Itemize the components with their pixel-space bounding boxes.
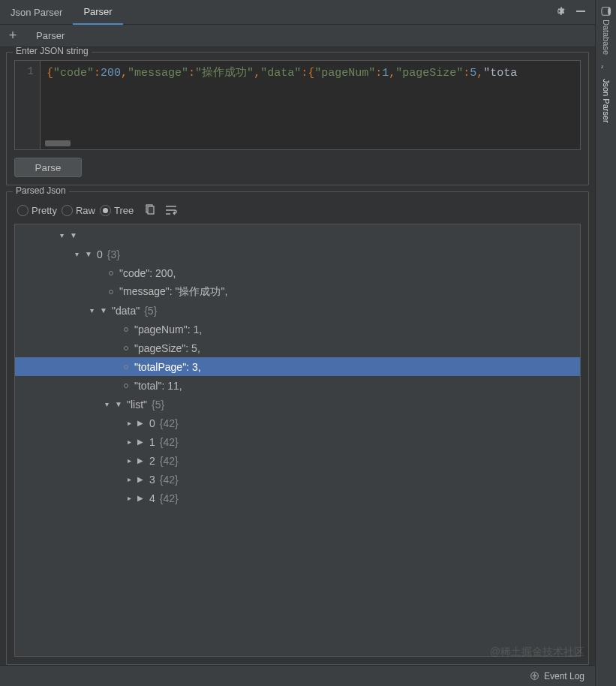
tree-row[interactable]: "pageSize": 5, — [15, 338, 580, 357]
tree-row[interactable]: "pageNum": 1, — [15, 320, 580, 338]
svg-rect-2 — [148, 206, 154, 214]
radio-pretty[interactable]: Pretty — [17, 205, 57, 216]
copy-icon[interactable] — [144, 204, 156, 216]
tree-row[interactable]: "total": 11, — [15, 376, 580, 395]
svg-rect-0 — [576, 11, 585, 12]
wrap-icon[interactable] — [165, 204, 179, 216]
tree-row[interactable]: ▸▶3{42} — [15, 470, 580, 489]
tree-row[interactable]: ▸▶4{42} — [15, 489, 580, 507]
tree-row[interactable]: ▸▶1{42} — [15, 432, 580, 451]
tree-row[interactable]: ▾▼"list"{5} — [15, 395, 580, 414]
gear-icon[interactable] — [553, 5, 565, 20]
tab-json-parser[interactable]: Json Parser — [0, 0, 73, 25]
editor-gutter: 1 — [15, 61, 41, 149]
right-sidebar: Database { } Json Parser — [595, 0, 616, 686]
tree-row[interactable]: "code": 200, — [15, 263, 580, 282]
tree-row[interactable]: ▾▼ — [15, 226, 580, 245]
add-tab-button[interactable]: + — [0, 28, 26, 44]
tree-row[interactable]: ▾▼0{3} — [15, 245, 580, 263]
tree-row[interactable]: ▸▶2{42} — [15, 451, 580, 470]
radio-raw[interactable]: Raw — [62, 205, 95, 216]
parsed-fieldset: Parsed Json Pretty Raw Tree ▾▼▾▼0{3}"cod… — [6, 191, 589, 665]
radio-tree[interactable]: Tree — [100, 205, 134, 216]
json-tree[interactable]: ▾▼▾▼0{3}"code": 200,"message": "操作成功",▾▼… — [14, 224, 581, 657]
sidebar-database[interactable]: Database — [601, 6, 611, 55]
json-editor[interactable]: 1 {"code":200,"message":"操作成功","data":{"… — [14, 60, 581, 150]
input-fieldset: Enter JSON string 1 {"code":200,"message… — [6, 52, 589, 185]
sidebar-json-parser[interactable]: { } Json Parser — [601, 65, 611, 123]
minimize-icon[interactable] — [575, 6, 586, 19]
event-log-icon[interactable] — [530, 671, 539, 681]
tree-row[interactable]: ▾▼"data"{5} — [15, 301, 580, 320]
view-controls: Pretty Raw Tree — [14, 200, 581, 224]
event-log-label[interactable]: Event Log — [544, 671, 584, 681]
statusbar: Event Log — [0, 665, 595, 686]
subbar: + Parser — [0, 25, 595, 47]
parse-button[interactable]: Parse — [14, 158, 82, 177]
tree-row[interactable]: ▸▶0{42} — [15, 414, 580, 432]
input-label: Enter JSON string — [13, 47, 92, 56]
parsed-label: Parsed Json — [13, 185, 69, 196]
tab-parser[interactable]: Parser — [73, 0, 122, 25]
tree-row[interactable]: "message": "操作成功", — [15, 282, 580, 301]
tree-row[interactable]: "totalPage": 3, — [15, 357, 580, 376]
topbar: Json Parser Parser — [0, 0, 595, 25]
editor-hscroll[interactable] — [45, 140, 71, 146]
svg-text:{ }: { } — [601, 65, 604, 70]
subtab-parser[interactable]: Parser — [26, 25, 75, 47]
editor-textarea[interactable]: {"code":200,"message":"操作成功","data":{"pa… — [41, 61, 580, 149]
